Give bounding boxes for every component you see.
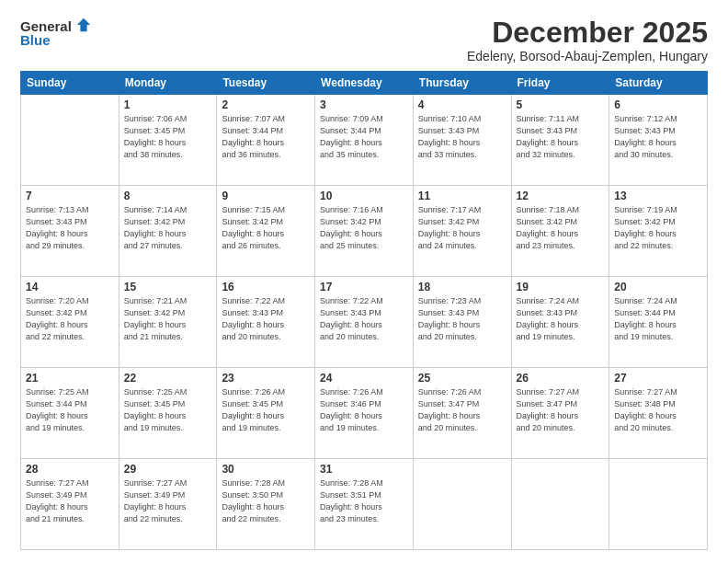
calendar-cell: 24Sunrise: 7:26 AMSunset: 3:46 PMDayligh… — [315, 368, 414, 459]
day-number: 23 — [222, 372, 310, 385]
month-title: December 2025 — [467, 17, 708, 49]
day-info: Sunrise: 7:07 AMSunset: 3:44 PMDaylight:… — [222, 113, 310, 161]
calendar-cell: 15Sunrise: 7:21 AMSunset: 3:42 PMDayligh… — [119, 277, 217, 368]
day-number: 15 — [124, 281, 212, 293]
day-number: 19 — [517, 281, 605, 293]
calendar-cell — [413, 459, 511, 550]
day-number: 6 — [614, 98, 702, 111]
day-number: 26 — [517, 372, 605, 385]
day-info: Sunrise: 7:27 AMSunset: 3:47 PMDaylight:… — [517, 386, 605, 434]
day-info: Sunrise: 7:16 AMSunset: 3:42 PMDaylight:… — [320, 204, 408, 252]
calendar-cell — [21, 95, 119, 186]
week-row-3: 14Sunrise: 7:20 AMSunset: 3:42 PMDayligh… — [21, 277, 708, 368]
day-info: Sunrise: 7:20 AMSunset: 3:42 PMDaylight:… — [26, 295, 114, 343]
day-number: 30 — [222, 463, 310, 476]
day-info: Sunrise: 7:26 AMSunset: 3:46 PMDaylight:… — [320, 386, 408, 434]
calendar-cell: 7Sunrise: 7:13 AMSunset: 3:43 PMDaylight… — [21, 186, 119, 277]
calendar-cell: 20Sunrise: 7:24 AMSunset: 3:44 PMDayligh… — [609, 277, 708, 368]
day-info: Sunrise: 7:22 AMSunset: 3:43 PMDaylight:… — [222, 295, 310, 343]
day-info: Sunrise: 7:17 AMSunset: 3:42 PMDaylight:… — [418, 204, 506, 252]
calendar-cell: 16Sunrise: 7:22 AMSunset: 3:43 PMDayligh… — [217, 277, 315, 368]
logo-general-text: General — [20, 19, 72, 33]
logo-blue-text: Blue — [20, 33, 51, 47]
day-info: Sunrise: 7:25 AMSunset: 3:44 PMDaylight:… — [26, 386, 114, 434]
day-info: Sunrise: 7:26 AMSunset: 3:47 PMDaylight:… — [418, 386, 506, 434]
day-info: Sunrise: 7:21 AMSunset: 3:42 PMDaylight:… — [124, 295, 212, 343]
title-block: December 2025 Edeleny, Borsod-Abauj-Zemp… — [467, 17, 708, 63]
day-info: Sunrise: 7:06 AMSunset: 3:45 PMDaylight:… — [124, 113, 212, 161]
weekday-header-row: SundayMondayTuesdayWednesdayThursdayFrid… — [21, 72, 708, 95]
calendar-cell: 23Sunrise: 7:26 AMSunset: 3:45 PMDayligh… — [217, 368, 315, 459]
calendar-cell: 22Sunrise: 7:25 AMSunset: 3:45 PMDayligh… — [119, 368, 217, 459]
day-info: Sunrise: 7:25 AMSunset: 3:45 PMDaylight:… — [124, 386, 212, 434]
day-info: Sunrise: 7:11 AMSunset: 3:43 PMDaylight:… — [517, 113, 605, 161]
calendar-cell: 14Sunrise: 7:20 AMSunset: 3:42 PMDayligh… — [21, 277, 119, 368]
week-row-4: 21Sunrise: 7:25 AMSunset: 3:44 PMDayligh… — [21, 368, 708, 459]
day-number: 28 — [26, 463, 114, 476]
day-number: 11 — [418, 190, 506, 202]
calendar-cell: 18Sunrise: 7:23 AMSunset: 3:43 PMDayligh… — [413, 277, 511, 368]
calendar-cell: 5Sunrise: 7:11 AMSunset: 3:43 PMDaylight… — [511, 95, 609, 186]
calendar-cell: 12Sunrise: 7:18 AMSunset: 3:42 PMDayligh… — [511, 186, 609, 277]
day-info: Sunrise: 7:27 AMSunset: 3:49 PMDaylight:… — [26, 477, 114, 525]
day-number: 20 — [614, 281, 702, 293]
calendar-table: SundayMondayTuesdayWednesdayThursdayFrid… — [20, 71, 708, 550]
calendar-cell — [511, 459, 609, 550]
day-number: 12 — [517, 190, 605, 202]
day-number: 22 — [124, 372, 212, 385]
svg-marker-0 — [77, 18, 90, 31]
logo-icon — [75, 17, 92, 33]
day-number: 10 — [320, 190, 408, 202]
calendar-cell: 27Sunrise: 7:27 AMSunset: 3:48 PMDayligh… — [609, 368, 708, 459]
day-number: 14 — [26, 281, 114, 293]
day-info: Sunrise: 7:13 AMSunset: 3:43 PMDaylight:… — [26, 204, 114, 252]
weekday-header-saturday: Saturday — [609, 72, 708, 95]
day-number: 7 — [26, 190, 114, 202]
calendar-cell: 11Sunrise: 7:17 AMSunset: 3:42 PMDayligh… — [413, 186, 511, 277]
calendar-cell: 4Sunrise: 7:10 AMSunset: 3:43 PMDaylight… — [413, 95, 511, 186]
day-info: Sunrise: 7:22 AMSunset: 3:43 PMDaylight:… — [320, 295, 408, 343]
day-number: 5 — [517, 98, 605, 111]
calendar-cell — [609, 459, 708, 550]
calendar-cell: 21Sunrise: 7:25 AMSunset: 3:44 PMDayligh… — [21, 368, 119, 459]
day-number: 25 — [418, 372, 506, 385]
weekday-header-thursday: Thursday — [413, 72, 511, 95]
day-number: 21 — [26, 372, 114, 385]
week-row-2: 7Sunrise: 7:13 AMSunset: 3:43 PMDaylight… — [21, 186, 708, 277]
day-number: 3 — [320, 98, 408, 111]
day-number: 17 — [320, 281, 408, 293]
day-number: 8 — [124, 190, 212, 202]
day-info: Sunrise: 7:26 AMSunset: 3:45 PMDaylight:… — [222, 386, 310, 434]
day-number: 4 — [418, 98, 506, 111]
day-info: Sunrise: 7:15 AMSunset: 3:42 PMDaylight:… — [222, 204, 310, 252]
calendar-cell: 10Sunrise: 7:16 AMSunset: 3:42 PMDayligh… — [315, 186, 414, 277]
header: General Blue December 2025 Edeleny, Bors… — [20, 17, 708, 63]
week-row-1: 1Sunrise: 7:06 AMSunset: 3:45 PMDaylight… — [21, 95, 708, 186]
day-info: Sunrise: 7:24 AMSunset: 3:44 PMDaylight:… — [614, 295, 702, 343]
calendar-cell: 1Sunrise: 7:06 AMSunset: 3:45 PMDaylight… — [119, 95, 217, 186]
calendar-cell: 17Sunrise: 7:22 AMSunset: 3:43 PMDayligh… — [315, 277, 414, 368]
day-info: Sunrise: 7:12 AMSunset: 3:43 PMDaylight:… — [614, 113, 702, 161]
calendar-cell: 30Sunrise: 7:28 AMSunset: 3:50 PMDayligh… — [217, 459, 315, 550]
week-row-5: 28Sunrise: 7:27 AMSunset: 3:49 PMDayligh… — [21, 459, 708, 550]
calendar-cell: 31Sunrise: 7:28 AMSunset: 3:51 PMDayligh… — [315, 459, 414, 550]
day-number: 13 — [614, 190, 702, 202]
day-info: Sunrise: 7:23 AMSunset: 3:43 PMDaylight:… — [418, 295, 506, 343]
day-number: 31 — [320, 463, 408, 476]
day-number: 18 — [418, 281, 506, 293]
calendar-cell: 2Sunrise: 7:07 AMSunset: 3:44 PMDaylight… — [217, 95, 315, 186]
weekday-header-sunday: Sunday — [21, 72, 119, 95]
day-number: 9 — [222, 190, 310, 202]
day-number: 16 — [222, 281, 310, 293]
calendar-cell: 6Sunrise: 7:12 AMSunset: 3:43 PMDaylight… — [609, 95, 708, 186]
calendar-cell: 29Sunrise: 7:27 AMSunset: 3:49 PMDayligh… — [119, 459, 217, 550]
day-info: Sunrise: 7:10 AMSunset: 3:43 PMDaylight:… — [418, 113, 506, 161]
calendar-cell: 3Sunrise: 7:09 AMSunset: 3:44 PMDaylight… — [315, 95, 414, 186]
day-info: Sunrise: 7:14 AMSunset: 3:42 PMDaylight:… — [124, 204, 212, 252]
calendar-page: General Blue December 2025 Edeleny, Bors… — [0, 0, 728, 563]
calendar-cell: 25Sunrise: 7:26 AMSunset: 3:47 PMDayligh… — [413, 368, 511, 459]
day-number: 27 — [614, 372, 702, 385]
calendar-cell: 9Sunrise: 7:15 AMSunset: 3:42 PMDaylight… — [217, 186, 315, 277]
day-info: Sunrise: 7:19 AMSunset: 3:42 PMDaylight:… — [614, 204, 702, 252]
calendar-cell: 13Sunrise: 7:19 AMSunset: 3:42 PMDayligh… — [609, 186, 708, 277]
